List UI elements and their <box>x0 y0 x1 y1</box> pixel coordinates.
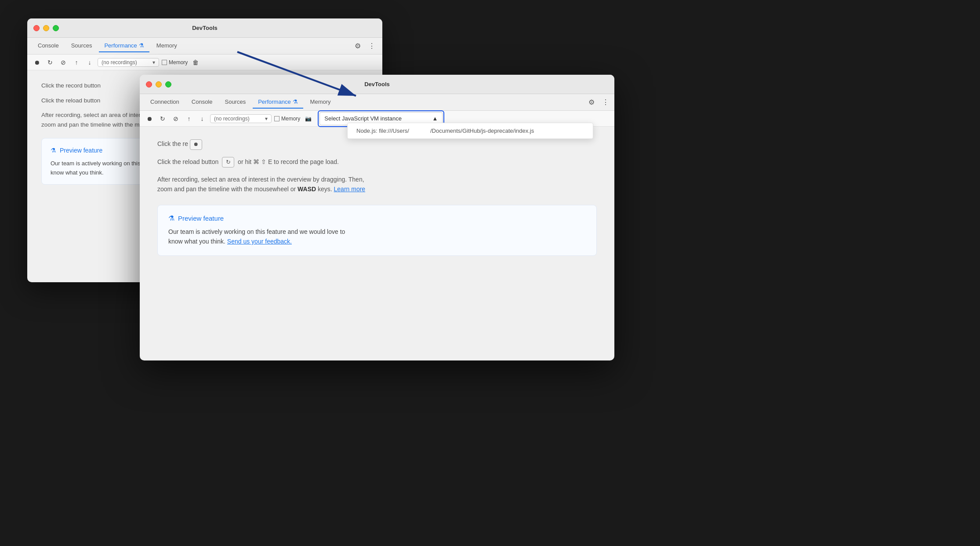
tabs-bar-back: Console Sources Performance ⚗ Memory ⚙ ⋮ <box>27 38 382 55</box>
titlebar-front: DevTools <box>140 75 614 94</box>
flask-icon-preview-front: ⚗ <box>168 214 174 222</box>
preview-text-front: Our team is actively working on this fea… <box>168 227 586 247</box>
dropdown-arrow-front: ▾ <box>265 116 268 122</box>
screenshot-btn-front[interactable]: 📷 <box>303 113 313 124</box>
settings-icon-front[interactable]: ⚙ <box>586 97 597 108</box>
tab-memory-front[interactable]: Memory <box>305 96 336 109</box>
flask-icon-front: ⚗ <box>293 98 298 105</box>
vm-item-path: /Documents/GitHub/js-deprecate/index.js <box>430 127 534 134</box>
download-btn-back[interactable]: ↓ <box>84 57 95 68</box>
traffic-lights-back <box>33 25 59 31</box>
tab-performance-back[interactable]: Performance ⚗ <box>99 40 149 52</box>
checkbox-front[interactable] <box>274 116 279 121</box>
upload-btn-front[interactable]: ↑ <box>184 113 194 124</box>
tab-sources-back[interactable]: Sources <box>66 40 98 52</box>
titlebar-back: DevTools <box>27 18 382 38</box>
preview-box-front: ⚗ Preview feature Our team is actively w… <box>157 205 597 256</box>
vm-selector-arrow: ▲ <box>432 115 438 122</box>
vm-dropdown: Node.js: file:///Users/ /Documents/GitHu… <box>347 123 593 139</box>
more-icon-back[interactable]: ⋮ <box>367 41 377 51</box>
memory-checkbox-front[interactable]: Memory <box>274 116 300 122</box>
download-btn-front[interactable]: ↓ <box>197 113 207 124</box>
tabs-bar-front: Connection Console Sources Performance ⚗… <box>140 94 614 111</box>
toolbar-back: ⏺ ↻ ⊘ ↑ ↓ (no recordings) ▾ Memory 🗑 <box>27 55 382 70</box>
more-icon-front[interactable]: ⋮ <box>600 97 611 108</box>
window-title-front: DevTools <box>364 81 390 87</box>
record-btn-back[interactable]: ⏺ <box>32 57 42 68</box>
settings-icon-back[interactable]: ⚙ <box>352 41 363 51</box>
tab-sources-front[interactable]: Sources <box>219 96 251 109</box>
tab-connection-front[interactable]: Connection <box>145 96 185 109</box>
minimize-button-front[interactable] <box>156 81 162 87</box>
upload-btn-back[interactable]: ↑ <box>71 57 82 68</box>
close-button-back[interactable] <box>33 25 40 31</box>
front-area-text: After recording, select an area of inter… <box>157 175 597 194</box>
delete-btn-back[interactable]: 🗑 <box>190 57 201 68</box>
devtools-window-front: DevTools Connection Console Sources Perf… <box>140 75 614 360</box>
flask-icon-back: ⚗ <box>139 42 144 49</box>
window-title-back: DevTools <box>192 25 218 31</box>
checkbox-back[interactable] <box>162 60 167 65</box>
maximize-button-back[interactable] <box>53 25 59 31</box>
front-record-text: Click the re⏺ <box>157 139 597 150</box>
tab-console-back[interactable]: Console <box>33 40 64 52</box>
feedback-link[interactable]: Send us your feedback. <box>227 238 292 245</box>
front-content-area: Click the re⏺ Click the reload button ↻ … <box>140 127 614 360</box>
vm-dropdown-item[interactable]: Node.js: file:///Users/ /Documents/GitHu… <box>348 123 593 138</box>
reload-btn-back[interactable]: ↻ <box>45 57 55 68</box>
clear-btn-back[interactable]: ⊘ <box>58 57 69 68</box>
learn-more-link[interactable]: Learn more <box>334 186 366 193</box>
dropdown-arrow-back: ▾ <box>152 59 155 66</box>
memory-checkbox-back[interactable]: Memory <box>162 59 188 66</box>
clear-btn-front[interactable]: ⊘ <box>171 113 181 124</box>
vm-item-label: Node.js: file:///Users/ <box>356 127 409 134</box>
recordings-dropdown-front[interactable]: (no recordings) ▾ <box>210 114 272 123</box>
tab-performance-front[interactable]: Performance ⚗ <box>253 96 303 109</box>
reload-icon-inline: ↻ <box>222 157 234 167</box>
record-btn-front[interactable]: ⏺ <box>144 113 155 124</box>
preview-title-front: ⚗ Preview feature <box>168 214 586 222</box>
flask-icon-preview-back: ⚗ <box>51 146 56 155</box>
traffic-lights-front <box>146 81 171 87</box>
tab-console-front[interactable]: Console <box>186 96 218 109</box>
front-reload-text: Click the reload button ↻ or hit ⌘ ⇧ E t… <box>157 157 597 167</box>
reload-btn-front[interactable]: ↻ <box>157 113 168 124</box>
tab-memory-back[interactable]: Memory <box>151 40 182 52</box>
recordings-dropdown-back[interactable]: (no recordings) ▾ <box>98 58 159 67</box>
minimize-button-back[interactable] <box>43 25 49 31</box>
maximize-button-front[interactable] <box>165 81 171 87</box>
record-icon-inline: ⏺ <box>190 139 202 150</box>
close-button-front[interactable] <box>146 81 152 87</box>
